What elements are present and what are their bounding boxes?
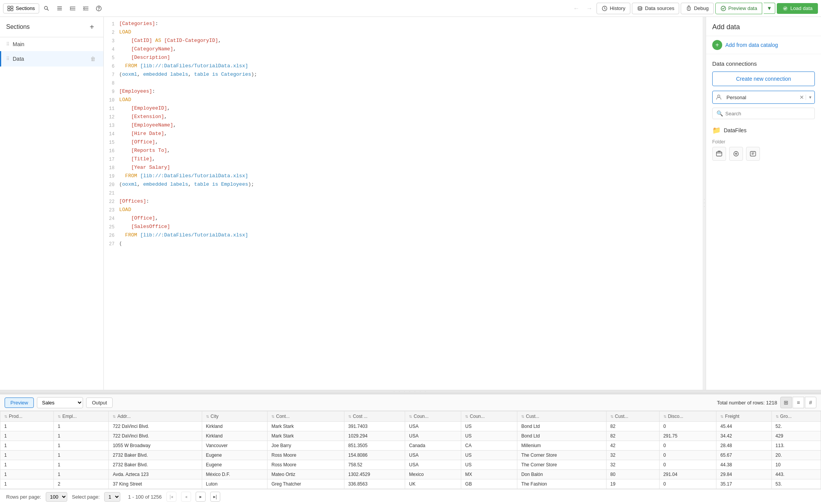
svg-point-16 bbox=[98, 10, 99, 10]
sidebar-add-button[interactable]: + bbox=[86, 22, 97, 32]
preview-data-caret[interactable]: ▼ bbox=[764, 3, 775, 14]
main-area: Sections + ⠿ Main ⠿ Data 🗑 1 [Categories… bbox=[0, 17, 821, 390]
folder-action-btn-3[interactable] bbox=[746, 147, 760, 161]
output-button[interactable]: Output bbox=[86, 398, 113, 408]
col-header-cost[interactable]: ⇅Cost ... bbox=[344, 411, 405, 422]
code-line: 27 ( bbox=[104, 240, 703, 248]
col-header-disco[interactable]: ⇅Disco... bbox=[659, 411, 716, 422]
preview-data-button[interactable]: Preview data bbox=[715, 3, 762, 14]
sidebar-item-label-main: Main bbox=[13, 41, 97, 47]
data-connections-section: Data connections Create new connection ✕… bbox=[706, 54, 821, 164]
personal-filter-input[interactable] bbox=[725, 92, 798, 103]
dataset-select[interactable]: Sales bbox=[37, 397, 83, 408]
bottom-toolbar: Preview Sales Output Total number of row… bbox=[0, 394, 821, 411]
search-icon-btn[interactable] bbox=[41, 3, 52, 14]
redo-button[interactable]: → bbox=[583, 3, 595, 14]
next-page-button[interactable]: ▸ bbox=[196, 492, 206, 502]
col-header-coun2[interactable]: ⇅Coun... bbox=[461, 411, 517, 422]
col-header-cust1[interactable]: ⇅Cust... bbox=[517, 411, 607, 422]
right-panel-header: Add data bbox=[706, 17, 821, 36]
code-line: 25 [SalesOffice] bbox=[104, 223, 703, 231]
search-input[interactable] bbox=[725, 111, 811, 116]
folder-action-btn-1[interactable] bbox=[712, 147, 726, 161]
first-page-button[interactable]: |◂ bbox=[166, 492, 176, 502]
table-row: 111055 W BroadwayVancouverJoe Barry851.3… bbox=[0, 441, 821, 451]
code-line: 4 [CategoryName], bbox=[104, 45, 703, 54]
data-table-wrapper[interactable]: ⇅Prod... ⇅Empl... ⇅Addr... ⇅City ⇅Cont..… bbox=[0, 411, 821, 489]
svg-rect-6 bbox=[57, 7, 62, 7]
svg-rect-7 bbox=[57, 8, 62, 9]
col-header-empl[interactable]: ⇅Empl... bbox=[54, 411, 109, 422]
code-line: 5 [Description] bbox=[104, 54, 703, 62]
code-line: 7 (ooxml, embedded labels, table is Cate… bbox=[104, 71, 703, 79]
sidebar-item-data[interactable]: ⠿ Data 🗑 bbox=[0, 51, 103, 67]
col-header-cont[interactable]: ⇅Cont... bbox=[268, 411, 344, 422]
add-from-catalog-button[interactable]: + Add from data catalog bbox=[706, 36, 821, 54]
create-connection-button[interactable]: Create new connection bbox=[712, 72, 815, 86]
col-header-prod[interactable]: ⇅Prod... bbox=[0, 411, 54, 422]
undo-button[interactable]: ← bbox=[570, 3, 582, 14]
vertical-resize-handle[interactable]: · · · bbox=[703, 17, 706, 390]
code-line: 3 [CatID] AS [CatID-CategoryID], bbox=[104, 37, 703, 45]
pagination-bar: Rows per page: 100 50 25 Select page: 1 … bbox=[0, 489, 821, 504]
folder-action-btn-2[interactable] bbox=[729, 147, 743, 161]
data-sources-button[interactable]: Data sources bbox=[632, 3, 680, 14]
personal-dropdown: ✕ ▾ bbox=[712, 91, 815, 104]
col-header-addr[interactable]: ⇅Addr... bbox=[109, 411, 202, 422]
chart-view-button[interactable]: # bbox=[805, 397, 816, 408]
personal-clear-button[interactable]: ✕ bbox=[798, 94, 806, 100]
top-toolbar: Sections ← → History Data sources Debug … bbox=[0, 0, 821, 17]
drag-handle-main: ⠿ bbox=[6, 42, 10, 47]
folder-icons-row bbox=[712, 147, 815, 161]
code-line: 18 [Year Salary] bbox=[104, 164, 703, 172]
view-icons: ⊞ ≡ # bbox=[780, 397, 816, 408]
lines-icon-btn[interactable] bbox=[54, 3, 65, 14]
code-line: 13 [EmployeeName], bbox=[104, 121, 703, 130]
grid-view-button[interactable]: ⊞ bbox=[780, 397, 792, 408]
bottom-section: Preview Sales Output Total number of row… bbox=[0, 393, 821, 504]
rows-per-page-select[interactable]: 100 50 25 bbox=[46, 492, 67, 502]
code-line: 22 [Offices]: bbox=[104, 198, 703, 206]
indent-more-icon-btn[interactable] bbox=[67, 3, 78, 14]
code-line: 23 LOAD bbox=[104, 206, 703, 215]
list-view-button[interactable]: ≡ bbox=[793, 397, 804, 408]
catalog-plus-icon: + bbox=[712, 40, 722, 50]
indent-less-icon-btn[interactable] bbox=[80, 3, 91, 14]
right-panel: Add data + Add from data catalog Data co… bbox=[706, 17, 821, 390]
svg-rect-1 bbox=[11, 6, 13, 8]
col-header-gro[interactable]: ⇅Gro... bbox=[771, 411, 821, 422]
code-line: 9 [Employees]: bbox=[104, 88, 703, 96]
col-header-freight[interactable]: ⇅Freight bbox=[716, 411, 771, 422]
sections-button[interactable]: Sections bbox=[3, 3, 39, 13]
table-row: 112732 Baker Blvd.EugeneRoss Moore758.52… bbox=[0, 460, 821, 470]
table-row: 11722 DaVinci Blvd.KirklandMark Stark391… bbox=[0, 422, 821, 431]
editor-area: 1 [Categories]: 2 LOAD 3 [CatID] AS [Cat… bbox=[104, 17, 703, 390]
table-row: 11Avda. Azteca 123México D.F.Mateo Ortiz… bbox=[0, 470, 821, 479]
col-header-city[interactable]: ⇅City bbox=[202, 411, 267, 422]
preview-button[interactable]: Preview bbox=[5, 398, 34, 408]
page-select[interactable]: 1 bbox=[104, 492, 120, 502]
load-data-button[interactable]: Load data bbox=[777, 3, 818, 14]
rows-per-page-label: Rows per page: bbox=[6, 494, 41, 500]
code-editor[interactable]: 1 [Categories]: 2 LOAD 3 [CatID] AS [Cat… bbox=[104, 17, 703, 390]
add-data-title: Add data bbox=[712, 23, 815, 31]
prev-page-button[interactable]: ◂ bbox=[181, 492, 191, 502]
col-header-cust2[interactable]: ⇅Cust... bbox=[606, 411, 659, 422]
code-line: 15 [Office], bbox=[104, 138, 703, 147]
sidebar-item-main[interactable]: ⠿ Main bbox=[0, 37, 103, 51]
code-line: 26 FROM [lib://:DataFiles/TutorialData.x… bbox=[104, 231, 703, 240]
svg-rect-2 bbox=[8, 9, 10, 11]
delete-section-button[interactable]: 🗑 bbox=[89, 55, 97, 63]
code-line: 14 [Hire Date], bbox=[104, 130, 703, 138]
datafiles-item[interactable]: 📁 DataFiles bbox=[712, 123, 815, 138]
code-line: 10 LOAD bbox=[104, 96, 703, 105]
last-page-button[interactable]: ▸| bbox=[210, 492, 220, 502]
history-button[interactable]: History bbox=[597, 3, 630, 14]
sidebar-title: Sections bbox=[6, 23, 30, 30]
editor-resize-handle[interactable]: · · · · · · · bbox=[0, 390, 821, 393]
debug-button[interactable]: Debug bbox=[681, 3, 713, 14]
code-line: 16 [Reports To], bbox=[104, 147, 703, 155]
help-icon-btn[interactable] bbox=[93, 3, 105, 14]
personal-caret-button[interactable]: ▾ bbox=[806, 95, 814, 100]
col-header-coun1[interactable]: ⇅Coun... bbox=[405, 411, 461, 422]
